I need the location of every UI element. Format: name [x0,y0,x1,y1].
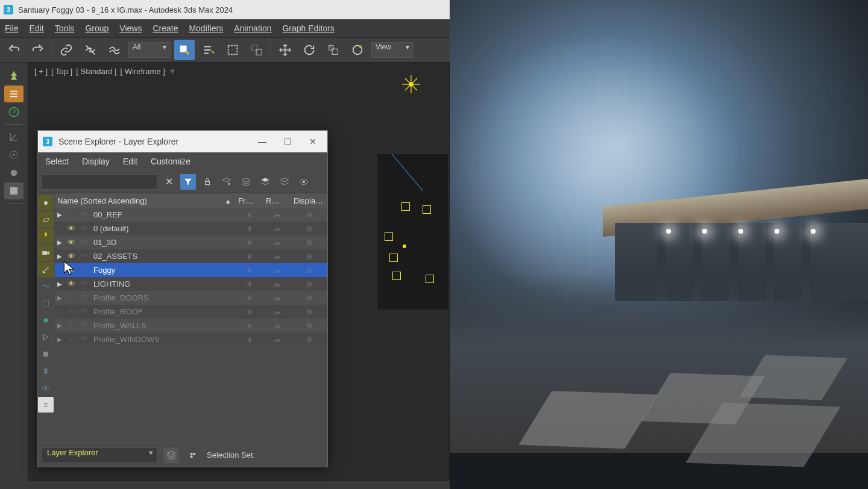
rail-orbit-icon[interactable] [4,146,24,163]
minimize-button[interactable]: — [253,133,272,150]
render-icon[interactable] [263,308,291,316]
placement-button[interactable] [347,40,368,60]
expand-toggle[interactable]: ▶ [55,239,64,246]
filter-light-icon[interactable] [38,228,54,244]
menu-create[interactable]: Create [153,23,178,33]
col-name[interactable]: Name (Sorted Ascending) [55,196,226,205]
select-by-name-button[interactable] [198,40,219,60]
link-button[interactable] [56,40,77,60]
display-icon[interactable] [291,294,327,302]
viewport-style-menu[interactable]: [ Wireframe ] [120,67,165,76]
display-icon[interactable] [291,336,327,343]
layers-toggle-button[interactable] [163,447,179,463]
layers-button-1[interactable] [238,174,254,190]
freeze-icon[interactable] [236,322,263,329]
visibility-icon[interactable]: 👁 [64,224,78,233]
wireframe-plan[interactable] [377,154,449,310]
explorer-title-bar[interactable]: 3 Scene Explorer - Layer Explorer — ☐ ✕ [38,131,327,152]
visibility-icon[interactable]: 👁 [64,210,78,219]
explorer-mode-select[interactable]: Layer Explorer [42,447,157,463]
display-icon[interactable] [291,253,327,260]
viewport-shading-menu[interactable]: [ Standard ] [76,67,116,76]
table-row[interactable]: ▶👁LIGHTING [55,277,327,291]
window-crossing-button[interactable] [247,40,267,60]
table-row[interactable]: ▶👁Profile_DOORS [55,291,327,305]
filter-container-icon[interactable] [38,346,54,362]
viewport-maximize-toggle[interactable]: [ + ] [34,67,48,76]
rail-axis-icon[interactable] [4,128,24,145]
menu-modifiers[interactable]: Modifiers [189,23,223,33]
expand-toggle[interactable]: ▶ [55,211,64,218]
visibility-icon[interactable]: 👁 [64,266,78,275]
filter-text-icon[interactable]: ≡ [38,397,54,413]
rail-tree-icon[interactable] [4,67,24,84]
visibility-icon[interactable]: 👁 [64,252,78,261]
reference-coord-select[interactable]: View [371,42,414,58]
layers-button-2[interactable] [257,174,273,190]
layers-button-3[interactable] [277,174,292,190]
explorer-menu-customize[interactable]: Customize [151,157,190,166]
freeze-icon[interactable] [236,281,263,288]
light-gizmo-icon[interactable] [402,75,420,93]
viewport-view-menu[interactable]: [ Top ] [51,67,72,76]
freeze-icon[interactable] [236,211,263,219]
close-button[interactable]: ✕ [303,133,322,150]
visibility-icon[interactable]: 👁 [64,335,78,344]
undo-button[interactable] [4,40,24,60]
render-icon[interactable] [263,294,291,302]
expand-toggle[interactable]: ▶ [55,322,64,329]
table-header[interactable]: Name (Sorted Ascending) ▴ Fr… R… Displa… [55,193,327,208]
view-button[interactable] [296,174,312,190]
viewport-filter-icon[interactable]: ▼ [169,67,177,76]
redo-button[interactable] [28,40,48,60]
lock-button[interactable] [200,174,215,190]
expand-toggle[interactable]: ▶ [55,253,64,260]
add-layer-button[interactable] [219,174,234,190]
menu-graph-editors[interactable]: Graph Editors [282,23,334,33]
freeze-icon[interactable] [236,267,263,274]
expand-toggle[interactable]: ▶ [55,294,64,301]
table-row[interactable]: ▶👁00_REF [55,208,327,222]
freeze-icon[interactable] [236,239,263,246]
filter-bone-icon[interactable] [38,313,54,328]
rail-help-icon[interactable]: ? [4,104,24,120]
freeze-icon[interactable] [236,253,263,260]
table-row[interactable]: 👁Foggy [55,263,327,277]
menu-file[interactable]: File [5,23,19,33]
freeze-icon[interactable] [236,225,263,232]
visibility-icon[interactable]: 👁 [64,279,78,288]
col-display[interactable]: Displa… [291,196,327,205]
visibility-icon[interactable]: 👁 [64,293,78,302]
explorer-menu-display[interactable]: Display [82,157,110,166]
render-icon[interactable] [263,211,291,219]
render-icon[interactable] [263,322,291,330]
menu-edit[interactable]: Edit [30,23,44,33]
visibility-icon[interactable]: 👁 [64,238,78,247]
move-button[interactable] [275,40,295,60]
table-row[interactable]: ▶👁01_3D [55,235,327,249]
visibility-icon[interactable]: 👁 [64,307,78,316]
freeze-icon[interactable] [236,308,263,316]
menu-views[interactable]: Views [119,23,142,33]
table-row[interactable]: 👁0 (default) [55,222,327,235]
scene-explorer-window[interactable]: 3 Scene Explorer - Layer Explorer — ☐ ✕ … [37,130,328,467]
viewport-label[interactable]: [ + ] [ Top ] [ Standard ] [ Wireframe ]… [28,63,449,79]
selection-filter-select[interactable]: All [128,42,171,58]
display-icon[interactable] [291,239,327,246]
explorer-menu-edit[interactable]: Edit [123,157,137,166]
render-icon[interactable] [263,225,291,233]
display-icon[interactable] [291,267,327,274]
freeze-icon[interactable] [236,336,263,343]
select-object-button[interactable] [174,40,195,60]
display-icon[interactable] [291,322,327,329]
display-icon[interactable] [291,308,327,316]
filter-geometry-icon[interactable]: ▱ [38,211,54,227]
explorer-search-input[interactable] [42,174,157,190]
render-icon[interactable] [263,238,291,247]
filter-all-icon[interactable]: ● [38,195,54,210]
expand-toggle[interactable]: ▶ [55,336,64,343]
render-icon[interactable] [263,266,291,275]
table-row[interactable]: ▶👁02_ASSETS [55,249,327,263]
display-icon[interactable] [291,281,327,288]
col-frozen[interactable]: Fr… [236,196,263,205]
